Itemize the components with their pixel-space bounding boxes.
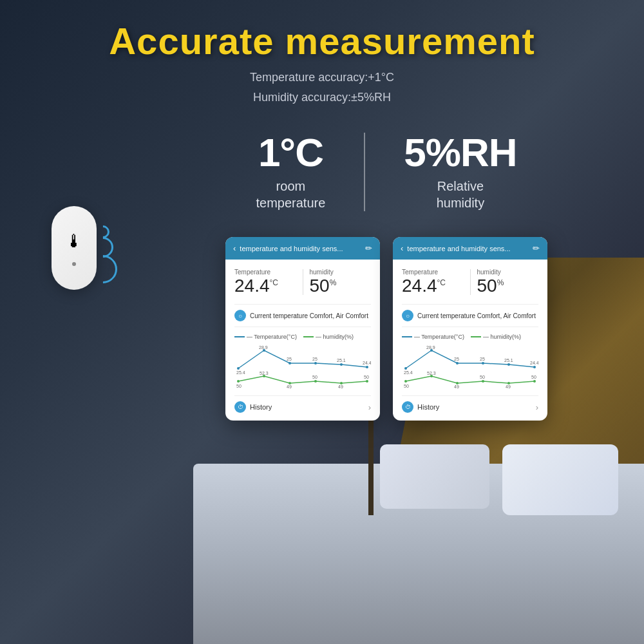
comfort-icon-1: ○ xyxy=(234,310,246,321)
legend-humid-1: — humidity(%) xyxy=(303,334,354,340)
phone-header-left-1: ‹ temperature and humidity sens... xyxy=(233,243,343,253)
svg-text:25: 25 xyxy=(287,357,292,361)
comfort-text-2: Current temperature Comfort, Air Comfort xyxy=(417,312,536,320)
temp-accuracy-text: Temperature accuracy:+1°C xyxy=(250,71,394,84)
phone-body-1: Temperature 24.4°C humidity 50% xyxy=(225,260,380,421)
svg-point-0 xyxy=(237,367,240,370)
svg-text:49: 49 xyxy=(338,384,343,389)
chart-legend-1: — Temperature(°C) — humidity(%) xyxy=(234,334,371,340)
phone-header-left-2: ‹ temperature and humidity sens... xyxy=(401,243,511,253)
temperature-value: 1°C xyxy=(256,133,325,173)
history-label-1: History xyxy=(250,403,272,411)
history-icon-2: ⏱ xyxy=(402,401,413,413)
back-chevron-icon-1: ‹ xyxy=(233,243,236,253)
history-left-2: ⏱ History xyxy=(402,401,439,413)
svg-point-3 xyxy=(314,362,317,365)
svg-point-39 xyxy=(482,380,484,383)
back-chevron-icon-2: ‹ xyxy=(401,243,403,253)
sensor-body: 🌡 xyxy=(52,206,97,290)
humid-reading-1: humidity 50% xyxy=(310,269,372,295)
edit-icon-1: ✏ xyxy=(365,243,372,253)
legend-line-temp-1 xyxy=(234,336,245,337)
phone-card-2: ‹ temperature and humidity sens... ✏ Tem… xyxy=(393,237,547,421)
humidity-accuracy-text: Humidity accuracy:±5%RH xyxy=(253,91,391,104)
humid-reading-2: humidity 50% xyxy=(477,269,539,295)
history-chevron-icon-2: › xyxy=(536,402,538,412)
svg-text:49: 49 xyxy=(454,384,459,389)
svg-point-5 xyxy=(366,366,368,368)
temp-reading-2: Temperature 24.4°C xyxy=(402,269,464,295)
phone-card-1: ‹ temperature and humidity sens... ✏ Tem… xyxy=(225,237,380,421)
svg-text:25.1: 25.1 xyxy=(504,358,513,363)
svg-text:50: 50 xyxy=(531,375,536,379)
svg-text:50: 50 xyxy=(404,384,409,388)
svg-point-17 xyxy=(366,380,368,383)
readings-divider-1 xyxy=(303,269,303,295)
svg-text:25.1: 25.1 xyxy=(337,358,346,363)
svg-text:50: 50 xyxy=(480,375,485,379)
phone-title-2: temperature and humidity sens... xyxy=(407,245,510,252)
wifi-waves xyxy=(97,225,117,283)
chart-svg-1: 25.4 28.9 25 25 25.1 24.4 xyxy=(234,344,371,389)
readings-row-2: Temperature 24.4°C humidity 50% xyxy=(402,269,538,295)
history-row-2[interactable]: ⏱ History › xyxy=(402,395,538,414)
svg-point-41 xyxy=(533,380,536,383)
page-title: Accurate measurement xyxy=(26,19,618,62)
history-icon-inner-2: ⏱ xyxy=(405,404,411,410)
comfort-row-1: ○ Current temperature Comfort, Air Comfo… xyxy=(234,304,371,327)
humid-value-2: 50% xyxy=(477,277,539,295)
history-row-1[interactable]: ⏱ History › xyxy=(234,395,371,414)
svg-point-27 xyxy=(482,362,484,365)
temp-label-2: Temperature xyxy=(402,269,464,276)
main-content: Accurate measurement Temperature accurac… xyxy=(0,0,644,644)
chart-svg-2: 25.4 28.9 25 25 25.1 24.4 50 xyxy=(402,344,538,389)
history-label-2: History xyxy=(417,403,439,411)
legend-line-humid-1 xyxy=(303,336,314,337)
svg-text:24.4: 24.4 xyxy=(363,361,371,365)
svg-text:25.4: 25.4 xyxy=(236,370,245,375)
humid-unit-2: % xyxy=(497,278,504,287)
temperature-stat: 1°C room temperature xyxy=(217,126,364,218)
svg-point-29 xyxy=(533,366,536,368)
svg-text:25: 25 xyxy=(480,357,485,361)
legend-temp-2: — Temperature(°C) xyxy=(402,334,464,340)
chart-area-2: — Temperature(°C) — humidity(%) xyxy=(402,334,538,395)
svg-text:49: 49 xyxy=(287,384,292,389)
comfort-icon-2: ○ xyxy=(402,310,413,321)
readings-row-1: Temperature 24.4°C humidity 50% xyxy=(234,269,371,295)
history-icon-inner-1: ⏱ xyxy=(238,404,243,410)
edit-icon-2: ✏ xyxy=(533,243,540,253)
history-left-1: ⏱ History xyxy=(234,401,272,413)
svg-text:28.9: 28.9 xyxy=(259,345,268,350)
svg-point-28 xyxy=(507,363,510,366)
svg-point-2 xyxy=(289,362,291,365)
legend-line-temp-2 xyxy=(402,336,412,337)
legend-line-humid-2 xyxy=(471,336,481,337)
svg-text:52.3: 52.3 xyxy=(427,371,436,375)
phone-header-1: ‹ temperature and humidity sens... ✏ xyxy=(225,237,380,260)
svg-text:50: 50 xyxy=(364,375,369,379)
temp-label-1: Temperature xyxy=(234,269,296,276)
phone-title-1: temperature and humidity sens... xyxy=(240,245,343,252)
svg-text:25.4: 25.4 xyxy=(404,370,413,375)
svg-text:52.3: 52.3 xyxy=(260,371,269,375)
sensor-device: 🌡 xyxy=(52,206,97,290)
stats-row: 1°C room temperature 5%RH Relative humid… xyxy=(26,126,618,218)
readings-divider-2 xyxy=(470,269,471,295)
svg-text:24.4: 24.4 xyxy=(530,361,538,365)
svg-text:28.9: 28.9 xyxy=(426,345,435,350)
svg-text:49: 49 xyxy=(506,384,511,389)
svg-text:25: 25 xyxy=(312,357,317,361)
svg-text:50: 50 xyxy=(236,384,242,388)
legend-humid-2: — humidity(%) xyxy=(471,334,521,340)
comfort-icon-inner-2: ○ xyxy=(406,312,410,319)
svg-text:25: 25 xyxy=(454,357,459,361)
humidity-label: Relative humidity xyxy=(404,178,516,211)
phone-body-2: Temperature 24.4°C humidity 50% xyxy=(393,260,547,421)
temp-value-1: 24.4°C xyxy=(234,277,296,295)
chart-legend-2: — Temperature(°C) — humidity(%) xyxy=(402,334,538,340)
comfort-icon-inner-1: ○ xyxy=(238,312,242,319)
humid-value-1: 50% xyxy=(310,277,372,295)
history-chevron-icon-1: › xyxy=(368,402,371,412)
temp-reading-1: Temperature 24.4°C xyxy=(234,269,296,295)
